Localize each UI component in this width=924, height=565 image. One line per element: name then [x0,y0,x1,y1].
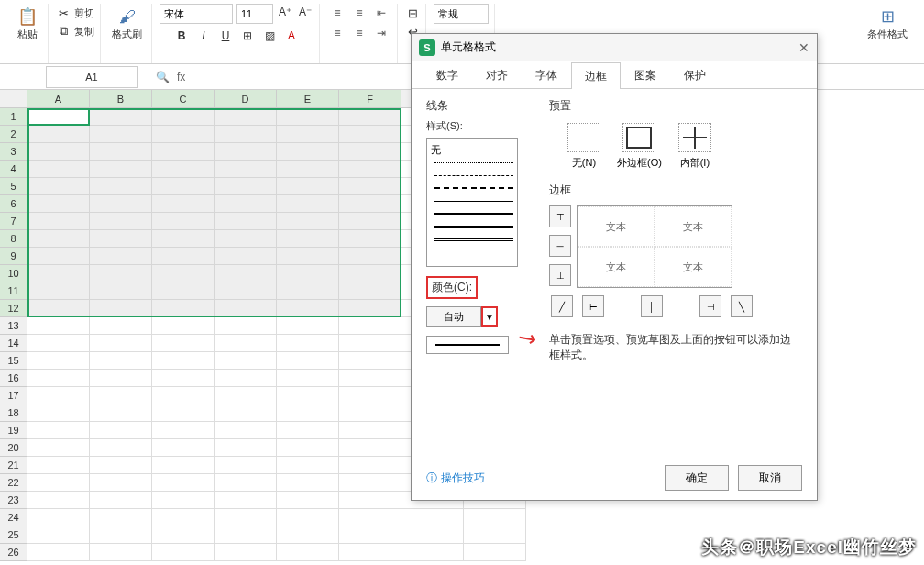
cancel-button[interactable]: 取消 [738,465,802,491]
row-header[interactable]: 15 [0,352,28,370]
cell[interactable] [28,265,90,282]
border-diag-down-button[interactable]: ╲ [731,295,753,317]
cell[interactable] [464,526,526,544]
cell[interactable] [214,143,277,161]
cell[interactable] [28,108,90,126]
cell[interactable] [214,492,277,509]
cell[interactable] [90,492,152,509]
dialog-tab[interactable]: 边框 [571,62,621,89]
column-header[interactable]: B [90,90,152,108]
cell[interactable] [214,265,277,282]
copy-button[interactable]: ⧉复制 [56,22,94,40]
cell[interactable] [90,474,152,492]
cell[interactable] [339,317,402,335]
cell[interactable] [152,265,214,282]
row-header[interactable]: 25 [0,526,28,544]
cell[interactable] [152,282,214,300]
cell[interactable] [28,300,90,317]
dialog-tab[interactable]: 数字 [423,61,472,88]
cell[interactable] [90,230,152,248]
border-right-button[interactable]: ⊣ [699,295,721,317]
cell[interactable] [152,143,214,161]
cell[interactable] [339,213,402,230]
cell[interactable] [339,282,402,300]
cell[interactable] [214,282,277,300]
cell[interactable] [152,474,214,492]
border-hmiddle-button[interactable]: ─ [549,235,571,257]
cell[interactable] [152,509,214,526]
cell[interactable] [277,474,339,492]
cell[interactable] [339,439,402,457]
cell[interactable] [90,509,152,526]
cell[interactable] [277,387,339,404]
cell[interactable] [28,474,90,492]
cell[interactable] [90,404,152,422]
cell[interactable] [152,108,214,126]
cell[interactable] [90,126,152,143]
cell[interactable] [214,300,277,317]
cell[interactable] [277,126,339,143]
cell[interactable] [214,248,277,265]
cell[interactable] [28,143,90,161]
cell[interactable] [28,387,90,404]
row-header[interactable]: 9 [0,248,28,265]
color-dropdown-button[interactable]: ▼ [481,306,498,327]
cell[interactable] [152,370,214,387]
cell[interactable] [90,422,152,439]
cell[interactable] [90,282,152,300]
row-header[interactable]: 13 [0,317,28,335]
row-header[interactable]: 10 [0,265,28,282]
cell[interactable] [28,126,90,143]
cell[interactable] [339,230,402,248]
cell[interactable] [214,108,277,126]
cell[interactable] [277,230,339,248]
row-header[interactable]: 1 [0,108,28,126]
cell[interactable] [152,230,214,248]
tips-link[interactable]: ⓘ操作技巧 [426,471,485,486]
cell[interactable] [152,492,214,509]
cell[interactable] [339,248,402,265]
cell[interactable] [90,265,152,282]
cell[interactable] [152,387,214,404]
cell[interactable] [277,317,339,335]
row-header[interactable]: 21 [0,457,28,474]
cell[interactable] [28,370,90,387]
cell[interactable] [277,161,339,178]
cell[interactable] [339,457,402,474]
cell[interactable] [28,492,90,509]
cell[interactable] [90,195,152,213]
cell[interactable] [277,422,339,439]
cell[interactable] [28,352,90,370]
cell[interactable] [277,457,339,474]
cell[interactable] [90,143,152,161]
cell[interactable] [90,544,152,561]
close-icon[interactable]: ✕ [798,40,809,55]
row-header[interactable]: 19 [0,422,28,439]
column-header[interactable]: C [152,90,214,108]
color-value-button[interactable]: 自动 [426,306,481,327]
row-header[interactable]: 23 [0,492,28,509]
cell[interactable] [214,404,277,422]
format-painter-button[interactable]: 🖌 格式刷 [108,4,146,43]
cell[interactable] [28,422,90,439]
row-header[interactable]: 18 [0,404,28,422]
cell[interactable] [28,509,90,526]
paste-button[interactable]: 📋 粘贴 [13,4,42,43]
dialog-tab[interactable]: 对齐 [472,61,522,88]
column-header[interactable]: D [214,90,277,108]
cell[interactable] [152,526,214,544]
cell[interactable] [152,195,214,213]
border-button[interactable]: ⊞ [239,28,256,44]
cell[interactable] [277,370,339,387]
cell[interactable] [214,230,277,248]
cell[interactable] [339,126,402,143]
cell[interactable] [402,509,464,526]
cell[interactable] [28,457,90,474]
cell[interactable] [152,161,214,178]
select-all-corner[interactable] [0,90,28,108]
preset-none-button[interactable]: 无(N) [567,123,600,170]
cell[interactable] [28,439,90,457]
row-header[interactable]: 6 [0,195,28,213]
cell[interactable] [277,178,339,195]
cell[interactable] [214,439,277,457]
